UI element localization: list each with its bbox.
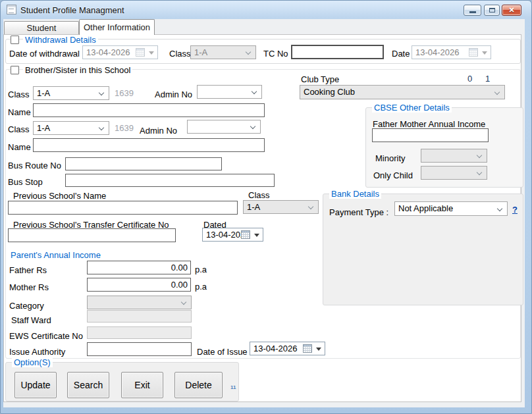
record-count-badge: 11 (230, 384, 236, 390)
chevron-down-icon (477, 170, 482, 175)
issue-authority-label: Issue Authority (9, 347, 65, 357)
payment-help-link[interactable]: ? (512, 205, 518, 215)
options-title: Option(S) (12, 357, 53, 367)
chevron-down-icon (181, 299, 186, 305)
chevron-down-icon (99, 125, 104, 130)
only-child-dropdown (421, 166, 487, 180)
prev-school-name-input[interactable] (8, 201, 238, 215)
tc-no-label: TC No (263, 49, 288, 59)
tab-page-other-information: Withdrawal Details Date of withdrawal 13… (3, 34, 521, 402)
club-type-value: Cooking Club (304, 87, 355, 97)
calendar-icon (136, 48, 145, 57)
sibling2-class-dropdown[interactable]: 1-A (33, 121, 109, 135)
sibling2-class-value: 1-A (37, 123, 50, 133)
dated-picker[interactable]: 13-04-2026 (202, 228, 263, 242)
withdrawal-class-value: 1-A (194, 47, 207, 57)
date-of-issue-value: 13-04-2026 (253, 344, 298, 353)
cbse-income-input[interactable] (372, 128, 489, 142)
prev-school-name-label: Previous School's Name (13, 191, 106, 201)
withdrawal-class-label: Class (169, 49, 191, 59)
date-of-withdrawal-picker: 13-04-2026 (82, 45, 158, 59)
chevron-down-icon (497, 206, 502, 211)
date-of-issue-label: Date of Issue (197, 347, 248, 357)
close-icon: ✕ (508, 6, 514, 14)
father-income-input[interactable]: 0.00 (87, 261, 191, 274)
ews-certificate-label: EWS Certificate No (9, 331, 83, 341)
dropdown-arrow-icon (149, 51, 154, 55)
dropdown-arrow-icon (482, 51, 487, 55)
only-child-label: Only Child (373, 170, 413, 180)
search-button[interactable]: Search (67, 372, 109, 398)
withdrawal-title: Withdrawal Details (23, 35, 98, 45)
delete-button[interactable]: Delete (174, 372, 223, 398)
withdrawal-date-value: 13-04-2026 (415, 47, 460, 57)
mother-income-input[interactable]: 0.00 (87, 278, 191, 292)
calendar-icon (303, 344, 312, 353)
dropdown-arrow-icon (316, 348, 321, 351)
minority-dropdown (421, 149, 487, 163)
dropdown-arrow-icon (254, 234, 259, 237)
prev-school-class-dropdown: 1-A (243, 200, 319, 214)
tab-other-information[interactable]: Other Information (79, 19, 155, 35)
sibling2-class-label: Class (8, 124, 30, 134)
category-label: Category (9, 301, 44, 311)
date-of-issue-picker[interactable]: 13-04-2026 (250, 342, 325, 355)
chevron-down-icon (477, 153, 482, 158)
sibling1-class-label: Class (8, 90, 30, 99)
sibling1-admin-no-dropdown[interactable] (197, 85, 262, 99)
cbse-title: CBSE Other Details (372, 103, 452, 113)
prev-school-tc-input[interactable] (8, 228, 176, 242)
tab-student-information[interactable]: Student Information (4, 21, 79, 35)
bus-stop-input[interactable] (65, 174, 275, 187)
issue-authority-input[interactable] (87, 342, 192, 356)
chevron-down-icon (99, 90, 104, 95)
title-bar[interactable]: Student Profile Managment ✕ (1, 1, 531, 19)
chevron-down-icon (246, 49, 251, 55)
sibling2-admin-no-dropdown[interactable] (187, 120, 261, 134)
minority-label: Minority (375, 153, 406, 163)
siblings-checkbox-label: Brother/Sister in this School (23, 65, 132, 75)
category-dropdown (87, 296, 192, 309)
club-type-label: Club Type (301, 74, 339, 84)
bus-route-input[interactable] (65, 157, 222, 170)
sibling1-class-dropdown[interactable]: 1-A (33, 86, 109, 100)
sibling1-name-label: Name (8, 107, 31, 117)
payment-type-dropdown[interactable]: Not Applicable (394, 201, 508, 216)
staff-ward-label: Staff Ward (11, 315, 51, 325)
bus-route-label: Bus Route No (8, 161, 61, 170)
bus-stop-label: Bus Stop (8, 177, 43, 187)
maximize-button[interactable] (484, 5, 500, 16)
sibling2-name-input[interactable] (33, 138, 265, 152)
withdrawal-checkbox[interactable] (11, 36, 19, 44)
club-marker-0: 0 (467, 74, 472, 84)
staff-ward-input (87, 310, 192, 323)
exit-button[interactable]: Exit (121, 372, 163, 398)
chevron-down-icon (250, 124, 255, 129)
form-client-area: Student Information Other Information Wi… (3, 19, 525, 407)
maximize-icon (489, 8, 495, 13)
minimize-button[interactable] (464, 5, 481, 16)
app-icon (7, 5, 16, 14)
sibling2-code-hint: 1639 (115, 123, 134, 133)
withdrawal-date-picker: 13-04-2026 (412, 45, 491, 59)
date-of-withdrawal-label: Date of withdrawal (9, 49, 80, 59)
sibling2-admin-no-label: Admin No (140, 126, 177, 136)
bank-title: Bank Details (329, 189, 381, 199)
sibling1-admin-no-label: Admin No (155, 90, 192, 99)
sibling1-class-value: 1-A (37, 88, 50, 98)
payment-type-label: Payment Type : (329, 207, 388, 217)
chevron-down-icon (308, 204, 313, 209)
prev-school-class-value: 1-A (247, 202, 260, 212)
father-rs-label: Father Rs (9, 265, 47, 275)
app-window: Student Profile Managment ✕ Student Info… (0, 0, 532, 414)
payment-type-value: Not Applicable (398, 203, 453, 213)
club-marker-1: 1 (485, 74, 490, 84)
tc-no-input[interactable] (291, 45, 384, 59)
sibling1-name-input[interactable] (33, 103, 265, 117)
chevron-down-icon (494, 90, 500, 95)
update-button[interactable]: Update (14, 372, 57, 398)
close-button[interactable]: ✕ (502, 5, 521, 16)
siblings-checkbox[interactable] (11, 66, 19, 74)
chevron-down-icon (252, 89, 257, 94)
calendar-icon (241, 230, 250, 239)
